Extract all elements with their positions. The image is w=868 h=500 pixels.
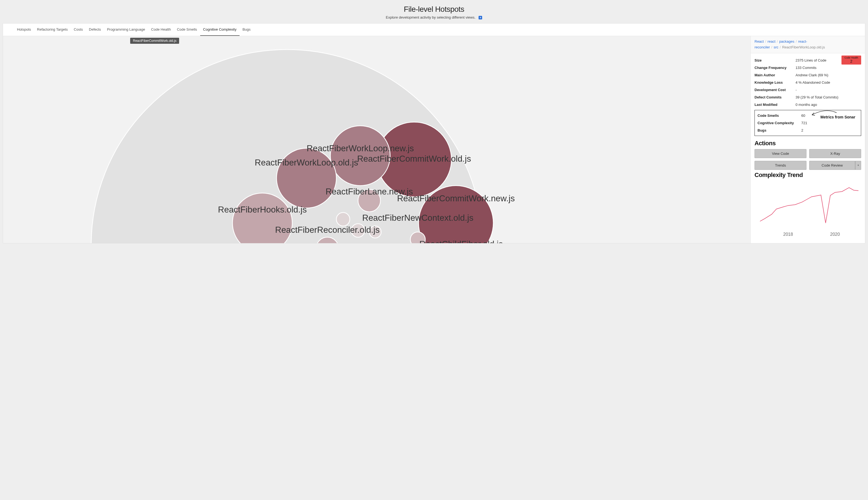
actions-grid: View Code X-Ray Trends Code Review ▾	[751, 149, 865, 170]
expand-views-icon[interactable]: +	[479, 16, 482, 20]
breadcrumb: React/react/packages/react-reconciler/sr…	[751, 36, 865, 53]
code-review-button[interactable]: Code Review	[809, 161, 855, 170]
tab-defects[interactable]: Defects	[86, 23, 104, 36]
code-review-split-button: Code Review ▾	[809, 161, 861, 170]
page-subtitle: Explore development activity by selectin…	[0, 15, 868, 20]
tab-code-health[interactable]: Code Health	[148, 23, 174, 36]
sonar-note: Metrics from Sonar	[820, 115, 855, 119]
trends-button[interactable]: Trends	[754, 161, 807, 170]
svg-point-25	[351, 224, 365, 237]
svg-point-11	[358, 189, 380, 212]
tab-hotspots[interactable]: Hotspots	[14, 23, 34, 36]
breadcrumb-link[interactable]: React	[754, 39, 764, 44]
sonar-metrics-box: Code Smells60Cognitive Complexity721Bugs…	[754, 110, 861, 136]
meta-row: Change Frequency133 Commits	[754, 64, 861, 71]
page-title: File-level Hotspots	[0, 5, 868, 14]
svg-point-12	[410, 232, 425, 243]
view-code-button[interactable]: View Code	[754, 149, 807, 158]
sidebar: React/react/packages/react-reconciler/sr…	[751, 36, 865, 243]
svg-point-6	[276, 148, 336, 208]
sonar-meta-row: Cognitive Complexity721	[757, 119, 858, 127]
tab-costs[interactable]: Costs	[71, 23, 86, 36]
tab-bugs[interactable]: Bugs	[240, 23, 254, 36]
sonar-meta-row: Bugs2	[757, 127, 858, 134]
tooltip: ReactFiberCommitWork.old.js	[130, 38, 179, 44]
meta-row: Defect Commits39 (29 % of Total Commits)	[754, 93, 861, 101]
tab-programming-language[interactable]: Programming Language	[104, 23, 148, 36]
breadcrumb-link[interactable]: packages	[779, 39, 795, 44]
svg-point-24	[336, 213, 350, 226]
xray-button[interactable]: X-Ray	[809, 149, 861, 158]
svg-text:2018: 2018	[783, 232, 793, 237]
actions-header: Actions	[751, 138, 865, 149]
complexity-trend-chart: 20182020	[751, 181, 865, 238]
breadcrumb-link[interactable]: react	[768, 39, 776, 44]
breadcrumb-current: ReactFiberWorkLoop.old.js	[782, 45, 825, 49]
meta-row: Last Modified0 months ago	[754, 101, 861, 108]
meta-row: Knowledge Loss4 % Abandoned Code	[754, 79, 861, 86]
meta-row: Development Cost-	[754, 86, 861, 93]
meta-row: Main AuthorAndrew Clark (69 %)	[754, 71, 861, 79]
svg-point-5	[330, 126, 390, 186]
breadcrumb-link[interactable]: src	[774, 45, 778, 49]
code-health-badge: Code Health 2	[842, 56, 861, 65]
tab-bar: HotspotsRefactoring TargetsCostsDefectsP…	[3, 23, 865, 36]
complexity-trend-header: Complexity Trend	[751, 170, 865, 181]
tab-cognitive-complexity[interactable]: Cognitive Complexity	[200, 23, 240, 36]
file-meta: Code Health 2 Size2375 Lines of CodeChan…	[751, 53, 865, 108]
hotspots-visualization[interactable]: __tests__ReactFiberCommitWork.old.jsReac…	[3, 36, 751, 243]
tab-refactoring-targets[interactable]: Refactoring Targets	[34, 23, 71, 36]
svg-point-26	[369, 226, 381, 238]
svg-text:2020: 2020	[830, 232, 840, 237]
code-review-dropdown-toggle[interactable]: ▾	[855, 161, 861, 170]
tab-code-smells[interactable]: Code Smells	[174, 23, 200, 36]
